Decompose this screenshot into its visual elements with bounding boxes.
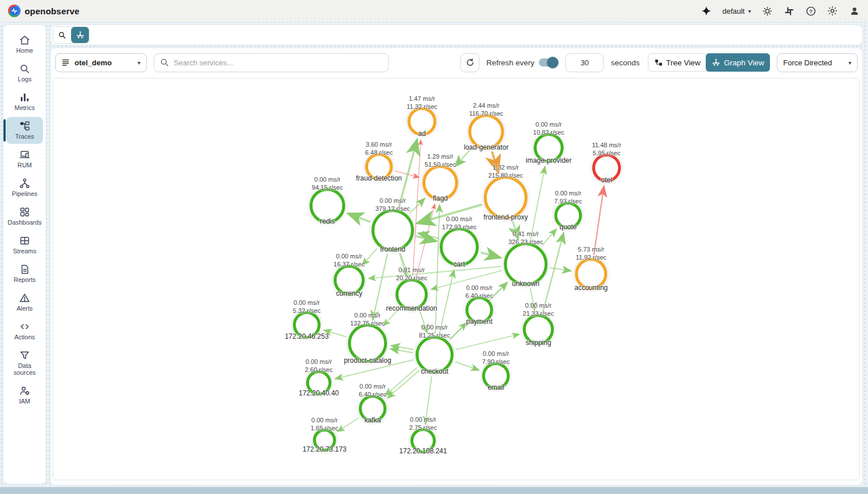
graph-node-image-provider[interactable]	[534, 133, 564, 163]
graph-edges	[53, 79, 859, 480]
app-logo-text: openobserve	[25, 6, 80, 16]
sidebar-item-rum[interactable]: RUM	[6, 146, 43, 172]
graph-edge-recommendation-to-ad	[413, 140, 421, 276]
graph-node-accounting[interactable]	[575, 258, 607, 290]
account-icon[interactable]	[849, 5, 860, 17]
rum-device-icon	[19, 149, 30, 160]
settings-gear-icon[interactable]	[827, 5, 838, 17]
sidebar-item-traces[interactable]: Traces	[6, 117, 43, 144]
graph-node-email[interactable]	[482, 362, 510, 390]
graph-edge-checkout-to-172.20.40.40	[335, 360, 413, 379]
graph-node-172.20.40.40[interactable]	[306, 370, 331, 395]
graph-edge-unknown-to-image-provider	[530, 166, 545, 240]
pipelines-icon	[19, 178, 30, 189]
org-selector[interactable]: default ▾	[722, 7, 751, 15]
graph-node-fraud-detection[interactable]	[365, 153, 393, 181]
service-graph-canvas[interactable]: 1.47 ms/r11.32 r/secad2.44 ms/r116.70 r/…	[53, 78, 860, 480]
graph-node-checkout[interactable]	[416, 336, 453, 374]
graph-node-quote[interactable]	[554, 202, 582, 229]
sidebar-item-alerts[interactable]: Alerts	[6, 289, 43, 316]
graph-node-shipping[interactable]	[523, 314, 554, 345]
graph-edge-product-catalog-to-172.20.46.253	[324, 330, 346, 337]
top-header: openobserve default ▾ ?	[0, 0, 868, 22]
sidebar-item-data-sources[interactable]: Data sources	[6, 346, 43, 380]
graph-edge-recommendation-to-product-catalog	[384, 308, 399, 326]
graph-node-cart[interactable]	[440, 228, 479, 266]
refresh-button[interactable]	[460, 53, 479, 72]
sidebar-item-streams[interactable]: Streams	[6, 232, 43, 258]
slack-icon[interactable]	[783, 5, 795, 17]
sidebar-item-label: Reports	[14, 276, 36, 283]
ai-sparkle-icon[interactable]	[701, 5, 712, 17]
metrics-chart-icon	[19, 92, 30, 103]
actions-code-icon	[19, 321, 30, 332]
graph-edge-unknown-to-quote	[542, 229, 556, 245]
layout-selected-label: Force Directed	[783, 58, 849, 67]
graph-node-otel[interactable]	[592, 154, 621, 182]
sidebar-item-label: Traces	[15, 133, 34, 140]
sidebar-item-actions[interactable]: Actions	[6, 317, 43, 344]
theme-light-icon[interactable]	[761, 5, 773, 17]
graph-node-flagd[interactable]	[423, 165, 458, 201]
stream-selector[interactable]: otel_demo ▾	[55, 53, 147, 72]
iam-user-gear-icon	[19, 385, 30, 397]
sidebar-item-label: Actions	[14, 334, 35, 340]
openobserve-logo-icon	[8, 5, 21, 17]
layout-selector[interactable]: Force Directed ▾	[777, 53, 858, 72]
sidebar-item-metrics[interactable]: Metrics	[6, 88, 43, 115]
graph-edge-load-generator-to-flagd	[455, 147, 472, 167]
traces-content-panel: otel_demo ▾ Refresh every seconds Tree V…	[50, 48, 862, 485]
sidebar-item-label: Alerts	[17, 305, 33, 312]
graph-edge-unknown-to-currency	[369, 266, 501, 279]
chevron-down-icon: ▾	[849, 60, 851, 66]
graph-node-172.20.73.173[interactable]	[313, 429, 336, 452]
sidebar-item-iam[interactable]: IAM	[6, 382, 43, 409]
traces-graph-icon	[19, 120, 30, 132]
graph-edge-checkout-to-email	[455, 362, 479, 370]
sidebar-item-pipelines[interactable]: Pipelines	[6, 174, 43, 201]
graph-node-redis[interactable]	[310, 188, 345, 224]
graph-node-kafka[interactable]	[359, 395, 386, 422]
graph-node-payment[interactable]	[466, 296, 493, 324]
graph-node-frontend-proxy[interactable]	[484, 176, 527, 219]
graph-edge-shipping-to-quote	[543, 233, 564, 312]
graph-edge-kafka-to-172.20.73.173	[338, 418, 359, 432]
stream-selected-label: otel_demo	[75, 58, 133, 67]
sidebar-item-dashboards[interactable]: Dashboards	[6, 203, 43, 230]
tab-trace-search[interactable]	[53, 27, 71, 43]
tree-view-button[interactable]: Tree View	[648, 54, 706, 71]
sidebar-nav: Home Logs Metrics Traces RUM Pipelines D…	[3, 25, 46, 484]
refresh-every-label: Refresh every	[486, 58, 534, 67]
sidebar-item-logs[interactable]: Logs	[6, 60, 43, 87]
graph-toolbar: otel_demo ▾ Refresh every seconds Tree V…	[50, 53, 862, 72]
graph-node-ad[interactable]	[408, 107, 436, 136]
graph-node-currency[interactable]	[334, 265, 365, 296]
sidebar-item-label: IAM	[19, 398, 30, 405]
graph-node-frontend[interactable]	[372, 209, 414, 252]
refresh-toggle[interactable]	[539, 58, 558, 66]
sidebar-item-reports[interactable]: Reports	[6, 260, 43, 287]
graph-node-recommendation[interactable]	[396, 279, 428, 311]
graph-view-button[interactable]: Graph View	[706, 53, 770, 72]
graph-node-unknown[interactable]	[504, 242, 548, 286]
graph-edge-frontend-to-currency	[362, 249, 377, 266]
refresh-interval-input[interactable]	[565, 53, 604, 72]
sidebar-item-label: Data sources	[6, 362, 43, 376]
graph-node-172.20.108.241[interactable]	[410, 428, 436, 453]
chevron-down-icon: ▾	[138, 60, 140, 66]
graph-edge-frontend-proxy-to-unknown	[513, 221, 518, 240]
graph-edge-unknown-to-recommendation	[431, 270, 502, 289]
svg-text:?: ?	[809, 8, 812, 14]
help-icon[interactable]: ?	[805, 5, 816, 17]
graph-node-load-generator[interactable]	[468, 114, 504, 150]
graph-edge-checkout-to-product-catalog	[391, 346, 413, 350]
graph-edge-checkout-to-kafka	[385, 368, 417, 396]
sidebar-item-home[interactable]: Home	[6, 31, 43, 58]
bottom-strip	[0, 487, 868, 494]
tab-service-graph[interactable]	[71, 27, 89, 43]
refresh-icon	[466, 58, 475, 67]
graph-node-product-catalog[interactable]	[348, 324, 387, 363]
graph-edge-frontend-to-recommendation	[400, 253, 406, 275]
service-search-input[interactable]	[174, 58, 382, 67]
graph-node-172.20.46.253[interactable]	[293, 311, 320, 339]
